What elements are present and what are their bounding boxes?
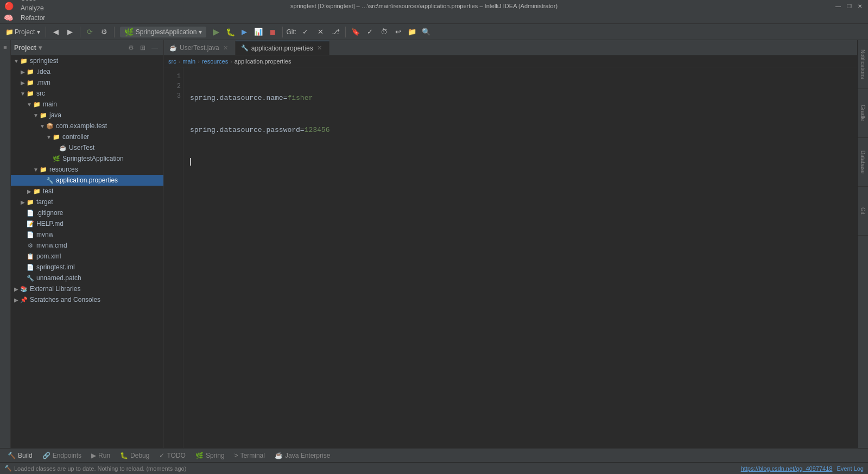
tab-properties-close[interactable]: ✕ bbox=[316, 45, 324, 52]
tree-item-pom-xml[interactable]: 📋pom.xml bbox=[11, 251, 163, 262]
tree-item-springtest[interactable]: ▼📁springtest bbox=[11, 55, 163, 66]
breadcrumb-resources[interactable]: resources bbox=[202, 58, 228, 65]
tree-item-mvnw[interactable]: 📄mvnw bbox=[11, 229, 163, 240]
tree-arrow-test: ▶ bbox=[26, 187, 33, 195]
right-tab-database[interactable]: Database bbox=[858, 138, 868, 187]
debug-button[interactable]: 🐛 bbox=[224, 26, 237, 39]
bottom-tab-icon-0: 🔨 bbox=[8, 452, 16, 459]
right-tab-git[interactable]: Git bbox=[858, 187, 868, 236]
structure-icon[interactable]: ≡ bbox=[1, 42, 10, 52]
bottom-tab-label-4: TODO bbox=[167, 452, 185, 459]
search-everywhere-button[interactable]: 🔍 bbox=[420, 26, 433, 39]
gear-icon[interactable]: ⚙ bbox=[125, 42, 136, 53]
bottom-tab-run[interactable]: ▶Run bbox=[87, 451, 115, 460]
menu-item-refactor[interactable]: Refactor bbox=[16, 13, 50, 23]
close-button[interactable]: ✕ bbox=[856, 2, 864, 10]
tree-label-pom-xml: pom.xml bbox=[36, 252, 61, 260]
git-branch-button[interactable]: ⎇ bbox=[329, 26, 342, 39]
layout-icon[interactable]: ⊞ bbox=[137, 42, 148, 53]
timer-button[interactable]: ⏱ bbox=[377, 26, 390, 39]
tree-label-mvnw: mvnw bbox=[36, 231, 53, 238]
tree-item-target[interactable]: ▶📁target bbox=[11, 197, 163, 207]
tree-item-mvn[interactable]: ▶📁.mvn bbox=[11, 77, 163, 88]
tree-item--gitignore[interactable]: 📄.gitignore bbox=[11, 207, 163, 218]
minimize-button[interactable]: — bbox=[834, 2, 842, 10]
bottom-tab-terminal[interactable]: >Terminal bbox=[230, 451, 269, 460]
tree-item-idea[interactable]: ▶📁.idea bbox=[11, 66, 163, 77]
bottom-tab-endpoints[interactable]: 🔗Endpoints bbox=[38, 451, 86, 460]
coverage-button[interactable]: ▶ bbox=[238, 26, 251, 39]
bottom-tab-build[interactable]: 🔨Build bbox=[3, 451, 37, 460]
back-button[interactable]: ◀ bbox=[49, 26, 62, 39]
tree-item-external-libraries[interactable]: ▶📚External Libraries bbox=[11, 283, 163, 294]
git-x-button[interactable]: ✕ bbox=[314, 26, 327, 39]
code-content[interactable]: spring.datasource.name=fisher spring.dat… bbox=[183, 67, 857, 448]
tree-item-resources[interactable]: ▼📁resources bbox=[11, 164, 163, 175]
tree-arrow-idea: ▶ bbox=[20, 67, 26, 76]
left-strip: ≡ bbox=[0, 40, 11, 448]
git-check-button[interactable]: ✓ bbox=[299, 26, 312, 39]
run-config-label: SpringtestApplication bbox=[136, 28, 197, 36]
tree-item-usertest[interactable]: ☕UserTest bbox=[11, 142, 163, 153]
breadcrumb-main[interactable]: main bbox=[182, 58, 195, 65]
tree-item-test[interactable]: ▶📁test bbox=[11, 186, 163, 197]
run-configuration[interactable]: 🌿 SpringtestApplication ▾ bbox=[120, 27, 207, 37]
project-dropdown[interactable]: 📁 Project ▾ bbox=[3, 28, 42, 36]
tree-item-help-md[interactable]: 📝HELP.md bbox=[11, 218, 163, 229]
menu-item-code[interactable]: Code bbox=[16, 0, 50, 3]
settings-button[interactable]: ⚙ bbox=[98, 26, 111, 39]
bottom-tab-label-6: Terminal bbox=[240, 452, 265, 459]
tree-item-unnamed-patch[interactable]: 🔧unnamed.patch bbox=[11, 273, 163, 283]
maximize-button[interactable]: ❐ bbox=[845, 2, 853, 10]
run-button[interactable]: ▶ bbox=[210, 26, 223, 39]
tree-item-src[interactable]: ▼📁src bbox=[11, 88, 163, 99]
tab-application-properties[interactable]: 🔧 application.properties ✕ bbox=[236, 41, 330, 55]
sync-button[interactable]: ⟳ bbox=[84, 26, 97, 39]
tree-item-mvnw-cmd[interactable]: ⚙mvnw.cmd bbox=[11, 240, 163, 251]
tree-item-scratches-and-consoles[interactable]: ▶📌Scratches and Consoles bbox=[11, 294, 163, 305]
status-bar: 🔨 Loaded classes are up to date. Nothing… bbox=[0, 462, 868, 474]
bottom-tab-spring[interactable]: 🌿Spring bbox=[191, 451, 229, 460]
tab-usertest-close[interactable]: ✕ bbox=[222, 44, 230, 52]
tree-item-com-example-test[interactable]: ▼📦com.example.test bbox=[11, 121, 163, 131]
tree-label-test: test bbox=[43, 187, 53, 195]
undo-button[interactable]: ↩ bbox=[391, 26, 404, 39]
bottom-tab-debug[interactable]: 🐛Debug bbox=[116, 451, 154, 460]
file-manager-button[interactable]: 📁 bbox=[406, 26, 419, 39]
tree-item-springtestapplication[interactable]: 🌿SpringtestApplication bbox=[11, 153, 163, 164]
app-logo: 🧠 bbox=[2, 12, 14, 24]
right-tab-notifications[interactable]: Notifications bbox=[858, 40, 868, 89]
tree-arrow-external-libraries: ▶ bbox=[13, 285, 20, 293]
event-log-button[interactable]: Event Log bbox=[837, 465, 864, 472]
profile-button[interactable]: 📊 bbox=[252, 26, 265, 39]
tree-item-application-properties[interactable]: 🔧application.properties bbox=[11, 175, 163, 186]
tree-arrow-springtestapplication bbox=[46, 154, 52, 163]
tree-item-springtest-iml[interactable]: 📄springtest.iml bbox=[11, 262, 163, 273]
window-controls[interactable]: — ❐ ✕ bbox=[834, 2, 864, 10]
title-app-icon: 🔴 bbox=[4, 2, 14, 10]
menu-item-analyze[interactable]: Analyze bbox=[16, 3, 50, 13]
bottom-tab-todo[interactable]: ✓TODO bbox=[155, 451, 189, 460]
stop-button[interactable]: ⏹ bbox=[266, 26, 279, 39]
tree-label-unnamed-patch: unnamed.patch bbox=[36, 274, 81, 282]
tree-arrow-controller: ▼ bbox=[46, 132, 52, 141]
todo-button[interactable]: ✓ bbox=[363, 26, 376, 39]
bottom-tab-java-enterprise[interactable]: ☕Java Enterprise bbox=[270, 451, 334, 460]
right-tab-gradle[interactable]: Gradle bbox=[858, 89, 868, 138]
minimize-panel-button[interactable]: — bbox=[149, 42, 160, 53]
tree-arrow-mvnw bbox=[20, 230, 26, 239]
tree-icon-springtest: 📁 bbox=[20, 56, 28, 65]
tree-icon-scratches-and-consoles: 📌 bbox=[20, 295, 28, 304]
breadcrumb-src[interactable]: src bbox=[168, 58, 176, 65]
bottom-tab-label-2: Run bbox=[98, 452, 110, 459]
tree-item-main[interactable]: ▼📁main bbox=[11, 99, 163, 110]
tab-usertest[interactable]: ☕ UserTest.java ✕ bbox=[164, 41, 236, 55]
main-layout: ≡ Project ▾ ⚙ ⊞ — ▼📁springtest▶📁.idea▶📁.… bbox=[0, 40, 868, 448]
bookmark-button[interactable]: 🔖 bbox=[349, 26, 362, 39]
tree-label-main: main bbox=[43, 100, 57, 108]
gradle-label: Gradle bbox=[860, 105, 866, 121]
forward-button[interactable]: ▶ bbox=[64, 26, 77, 39]
tree-item-java[interactable]: ▼📁java bbox=[11, 110, 163, 121]
tree-item-controller[interactable]: ▼📁controller bbox=[11, 131, 163, 142]
status-url[interactable]: https://blog.csdn.net/qq_40977418 bbox=[741, 465, 833, 472]
